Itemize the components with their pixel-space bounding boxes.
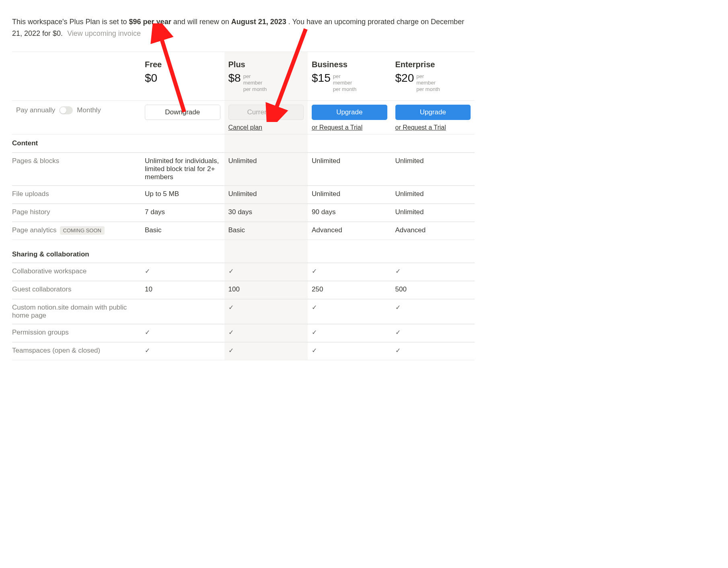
feature-cell: ✓	[391, 324, 475, 342]
section-spacer	[308, 134, 391, 152]
feature-cell: ✓	[308, 342, 391, 360]
feature-cell: ✓	[308, 299, 391, 324]
section-spacer	[308, 240, 391, 262]
plan-unit-business: per member per month	[333, 72, 357, 93]
feature-row: Guest collaborators10100250500	[12, 281, 475, 299]
feature-cell: ✓	[224, 342, 308, 360]
feature-row: Permission groups✓✓✓✓	[12, 324, 475, 342]
request-trial-enterprise-link[interactable]: or Request a Trial	[395, 124, 446, 131]
feature-row: Teamspaces (open & closed)✓✓✓✓	[12, 342, 475, 360]
feature-cell: 10	[141, 281, 224, 299]
feature-cell: ✓	[391, 263, 475, 281]
downgrade-button[interactable]: Downgrade	[145, 105, 220, 120]
feature-cell: 90 days	[308, 204, 391, 221]
check-icon: ✓	[228, 328, 234, 336]
plan-name-plus: Plus	[228, 60, 304, 69]
feature-row-label: Collaborative workspace	[12, 263, 141, 281]
section-spacer	[391, 240, 475, 262]
feature-row-label: File uploads	[12, 186, 141, 203]
upgrade-business-button[interactable]: Upgrade	[312, 105, 387, 120]
feature-row-label: Custom notion.site domain with public ho…	[12, 299, 141, 324]
feature-cell: ✓	[141, 324, 224, 342]
plan-business: Business $15 per member per month	[308, 52, 391, 100]
plan-header-row: Free $0 Plus $8 per member per month Bus…	[12, 52, 475, 101]
banner-price: $96 per year	[129, 18, 171, 26]
check-icon: ✓	[228, 304, 234, 311]
section-header: Content	[12, 134, 475, 153]
plan-enterprise: Enterprise $20 per member per month	[391, 52, 475, 100]
feature-row: Custom notion.site domain with public ho…	[12, 299, 475, 324]
current-plan-button: Current plan	[228, 105, 304, 120]
feature-cell: 30 days	[224, 204, 308, 221]
feature-row-label: Page analyticsCOMING SOON	[12, 222, 141, 240]
view-invoice-link[interactable]: View upcoming invoice	[67, 29, 141, 37]
pay-monthly-label: Monthly	[77, 106, 101, 114]
section-spacer	[224, 240, 308, 262]
check-icon: ✓	[145, 328, 150, 336]
banner-prefix: This workspace's Plus Plan is set to	[12, 18, 129, 26]
feature-row-label: Guest collaborators	[12, 281, 141, 299]
feature-cell: Unlimited	[391, 153, 475, 185]
feature-cell: Basic	[224, 222, 308, 240]
feature-cell	[141, 299, 224, 324]
feature-cell: Unlimited	[391, 204, 475, 221]
billing-period-toggle[interactable]	[59, 106, 73, 114]
feature-cell: ✓	[308, 324, 391, 342]
feature-cell: ✓	[224, 299, 308, 324]
feature-cell: Unlimited	[224, 153, 308, 185]
feature-cell: 500	[391, 281, 475, 299]
feature-row: Collaborative workspace✓✓✓✓	[12, 263, 475, 281]
feature-cell: 7 days	[141, 204, 224, 221]
plan-price-plus: $8	[228, 72, 241, 85]
cancel-plan-link[interactable]: Cancel plan	[228, 124, 263, 131]
plan-price-enterprise: $20	[395, 72, 414, 85]
check-icon: ✓	[145, 347, 150, 354]
section-spacer	[224, 134, 308, 152]
plan-price-free: $0	[145, 72, 157, 85]
feature-cell: ✓	[308, 263, 391, 281]
plan-action-row: Pay annually Monthly Downgrade Current p…	[12, 101, 475, 134]
feature-cell: Basic	[141, 222, 224, 240]
check-icon: ✓	[312, 347, 317, 354]
banner-mid: and will renew on	[173, 18, 231, 26]
feature-cell: Advanced	[308, 222, 391, 240]
check-icon: ✓	[395, 304, 401, 311]
pay-annually-label: Pay annually	[16, 106, 55, 114]
feature-row: Pages & blocksUnlimited for individuals,…	[12, 153, 475, 186]
feature-cell: Unlimited	[308, 186, 391, 203]
feature-cell: Unlimited	[391, 186, 475, 203]
billing-banner: This workspace's Plus Plan is set to $96…	[12, 16, 475, 39]
check-icon: ✓	[395, 267, 401, 275]
plan-unit-plus: per member per month	[243, 72, 267, 93]
check-icon: ✓	[228, 267, 234, 275]
feature-cell: ✓	[141, 342, 224, 360]
feature-cell: 100	[224, 281, 308, 299]
plan-plus: Plus $8 per member per month	[224, 52, 308, 100]
section-spacer	[391, 134, 475, 152]
banner-date: August 21, 2023	[231, 18, 286, 26]
feature-row: Page analyticsCOMING SOONBasicBasicAdvan…	[12, 222, 475, 240]
feature-cell: 250	[308, 281, 391, 299]
feature-cell: Advanced	[391, 222, 475, 240]
feature-row-label: Pages & blocks	[12, 153, 141, 185]
plan-name-free: Free	[145, 60, 220, 69]
feature-row-label: Permission groups	[12, 324, 141, 342]
section-spacer	[141, 240, 224, 262]
feature-cell: Unlimited	[224, 186, 308, 203]
feature-cell: Unlimited for individuals, limited block…	[141, 153, 224, 185]
feature-cell: Unlimited	[308, 153, 391, 185]
feature-cell: ✓	[141, 263, 224, 281]
check-icon: ✓	[312, 304, 317, 311]
feature-cell: ✓	[391, 299, 475, 324]
section-title: Content	[12, 134, 141, 152]
plan-name-business: Business	[312, 60, 387, 69]
feature-row: File uploadsUp to 5 MBUnlimitedUnlimited…	[12, 186, 475, 204]
upgrade-enterprise-button[interactable]: Upgrade	[395, 105, 471, 120]
check-icon: ✓	[395, 328, 401, 336]
feature-cell: ✓	[224, 324, 308, 342]
plan-free: Free $0	[141, 52, 224, 100]
check-icon: ✓	[312, 267, 317, 275]
check-icon: ✓	[312, 328, 317, 336]
coming-soon-badge: COMING SOON	[60, 226, 105, 235]
request-trial-business-link[interactable]: or Request a Trial	[312, 124, 362, 131]
